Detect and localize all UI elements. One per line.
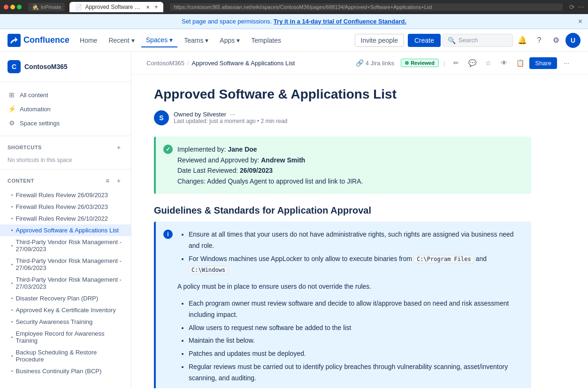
nav-teams[interactable]: Teams ▾: [179, 34, 213, 47]
settings-icon[interactable]: ⚙: [549, 33, 564, 48]
comment-icon[interactable]: 💬: [466, 56, 479, 69]
meta-options-icon[interactable]: ···: [230, 110, 236, 118]
share-button[interactable]: Share: [529, 57, 557, 69]
content-section-header: CONTENT ≡ +: [0, 173, 131, 188]
breadcrumb-current: Approved Software & Applications List: [192, 60, 295, 67]
automation-icon: ⚡: [8, 105, 16, 113]
banner-close-icon[interactable]: ×: [578, 17, 582, 26]
info-content: Implemented by: Jane Doe Reviewed and Ap…: [177, 144, 363, 186]
author-avatar: S: [154, 110, 169, 125]
sidebar-content-item[interactable]: Employee Record for Awareness Training: [0, 328, 131, 346]
shortcuts-section-header: SHORTCUTS +: [0, 140, 131, 155]
sidebar-item-all-content[interactable]: ⊞ All content: [0, 88, 131, 102]
notifications-icon[interactable]: 🔔: [515, 33, 530, 48]
watch-icon[interactable]: 👁: [497, 56, 511, 69]
sidebar-content-item[interactable]: Business Continuity Plan (BCP): [0, 365, 131, 377]
address-bar[interactable]: https://contosom365.atlassian.net/wiki/s…: [170, 3, 563, 11]
sidebar-content-item[interactable]: Firewall Rules Review 26/10/2022: [0, 213, 131, 224]
content-area: ContosoM365 / Approved Software & Applic…: [131, 52, 588, 388]
tab-close-icon[interactable]: ✕: [146, 5, 150, 10]
create-button[interactable]: Create: [408, 34, 441, 47]
search-box[interactable]: 🔍 Search: [443, 34, 513, 47]
confluence-logo[interactable]: Confluence: [8, 34, 69, 47]
incognito-badge: 🕵 InPrivate: [28, 3, 65, 11]
check-icon: ✓: [163, 145, 173, 154]
last-updated: Last updated: just a moment ago • 2 min …: [174, 118, 287, 124]
guidelines-extra: A policy must be in place to ensure user…: [163, 281, 524, 388]
sidebar-content-item[interactable]: Third-Party Vendor Risk Management - 27/…: [0, 236, 131, 255]
sidebar-content-item[interactable]: Firewall Rules Review 26/03/2023: [0, 201, 131, 213]
jira-links[interactable]: 🔗 4 Jira links: [356, 59, 394, 67]
nav-templates[interactable]: Templates: [246, 34, 286, 47]
settings-gear-icon: ⚙: [8, 119, 16, 127]
sidebar-content-item[interactable]: Third-Party Vendor Risk Management - 27/…: [0, 255, 131, 274]
breadcrumb-sep-1: /: [187, 60, 189, 67]
guidelines-content: Ensure at all times that your users do n…: [177, 229, 524, 281]
no-shortcuts-text: No shortcuts in this space: [0, 155, 131, 165]
guidelines-list-1: Ensure at all times that your users do n…: [177, 229, 524, 276]
guidelines-para: A policy must be in place to ensure user…: [177, 281, 524, 292]
page-content: Approved Software & Applications List S …: [131, 75, 554, 388]
content-add-icon[interactable]: +: [114, 176, 123, 185]
main-layout: C ContosoM365 ⊞ All content ⚡ Automation…: [0, 52, 588, 388]
nav-recent[interactable]: Recent ▾: [104, 34, 139, 47]
navbar: Confluence Home Recent ▾ Spaces ▾ Teams …: [0, 29, 588, 52]
info-box-green: ✓ Implemented by: Jane Doe Reviewed and …: [154, 137, 531, 194]
shortcuts-actions: +: [114, 143, 123, 152]
grid-icon: ⊞: [8, 91, 16, 99]
sidebar-content-item[interactable]: Approved Software & Applications List: [0, 224, 131, 236]
space-name: ContosoM365: [24, 63, 68, 70]
sidebar-nav: ⊞ All content ⚡ Automation ⚙ Space setti…: [0, 86, 131, 132]
info-icon: i: [163, 230, 173, 239]
nav-home[interactable]: Home: [75, 34, 102, 47]
help-icon[interactable]: ?: [532, 33, 547, 48]
top-banner: Set page and space permissions. Try it i…: [0, 14, 588, 29]
info-box-header: ✓ Implemented by: Jane Doe Reviewed and …: [163, 144, 524, 186]
star-icon[interactable]: ☆: [481, 56, 495, 69]
browser-chrome: 🕵 InPrivate 📄 Approved Software & Applic…: [0, 0, 588, 14]
nav-menu-icon[interactable]: ⋯: [578, 3, 584, 11]
sidebar-content-item[interactable]: Security Awareness Training: [0, 316, 131, 328]
close-dot[interactable]: [4, 5, 8, 9]
invite-people-button[interactable]: Invite people: [355, 34, 404, 47]
search-icon: 🔍: [448, 37, 456, 44]
nav-icons: 🔍 Search 🔔 ? ⚙ U: [443, 33, 580, 48]
edit-icon[interactable]: ✏: [450, 56, 463, 69]
more-actions-icon[interactable]: ···: [560, 56, 573, 69]
status-dot: [405, 61, 409, 65]
section-title: Guidelines & Standards for Application A…: [154, 205, 531, 216]
status-badge: Reviewed: [401, 59, 439, 67]
nav-refresh-icon[interactable]: ⟳: [569, 3, 575, 11]
shortcuts-add-icon[interactable]: +: [114, 143, 123, 152]
browser-nav: ⟳ ⋯: [569, 3, 584, 11]
sidebar-item-space-settings[interactable]: ⚙ Space settings: [0, 116, 131, 130]
sidebar-content-item[interactable]: Disaster Recovery Plan (DRP): [0, 292, 131, 304]
jira-icon: 🔗: [356, 59, 364, 67]
nav-spaces[interactable]: Spaces ▾: [141, 33, 178, 47]
content-filter-icon[interactable]: ≡: [103, 176, 112, 185]
content-actions: ≡ +: [103, 176, 123, 185]
minimize-dot[interactable]: [10, 5, 15, 9]
nav-apps[interactable]: Apps ▾: [215, 34, 244, 47]
sidebar-content-item[interactable]: Approved Key & Certificate Inventory: [0, 304, 131, 316]
user-avatar[interactable]: U: [565, 33, 580, 48]
sidebar-content-item[interactable]: Firewall Rules Review 26/09/2023: [0, 189, 131, 201]
owner-label: Owned by Silvester: [174, 111, 226, 118]
trial-link[interactable]: Try it in a 14-day trial of Confluence S…: [274, 18, 406, 25]
page-title: Approved Software & Applications List: [154, 86, 531, 103]
sidebar: C ContosoM365 ⊞ All content ⚡ Automation…: [0, 52, 131, 388]
sidebar-space[interactable]: C ContosoM365: [0, 55, 131, 78]
sidebar-item-automation[interactable]: ⚡ Automation: [0, 102, 131, 116]
maximize-dot[interactable]: [17, 5, 22, 9]
breadcrumb: ContosoM365 / Approved Software & Applic…: [131, 52, 588, 75]
sidebar-content-item[interactable]: Third-Party Vendor Risk Management - 27/…: [0, 274, 131, 292]
window-controls: [4, 5, 22, 9]
info-box-blue: i Ensure at all times that your users do…: [154, 222, 531, 388]
content-items: Firewall Rules Review 26/09/2023Firewall…: [0, 188, 131, 378]
breadcrumb-space[interactable]: ContosoM365: [146, 60, 184, 67]
browser-tab[interactable]: 📄 Approved Software & Applicati... ✕ +: [69, 2, 163, 12]
confluence-icon: [8, 34, 21, 47]
copy-icon[interactable]: 📋: [513, 56, 527, 69]
sidebar-content-item[interactable]: Backup Scheduling & Restore Procedure: [0, 346, 131, 365]
page-meta: S Owned by Silvester ··· Last updated: j…: [154, 110, 531, 125]
